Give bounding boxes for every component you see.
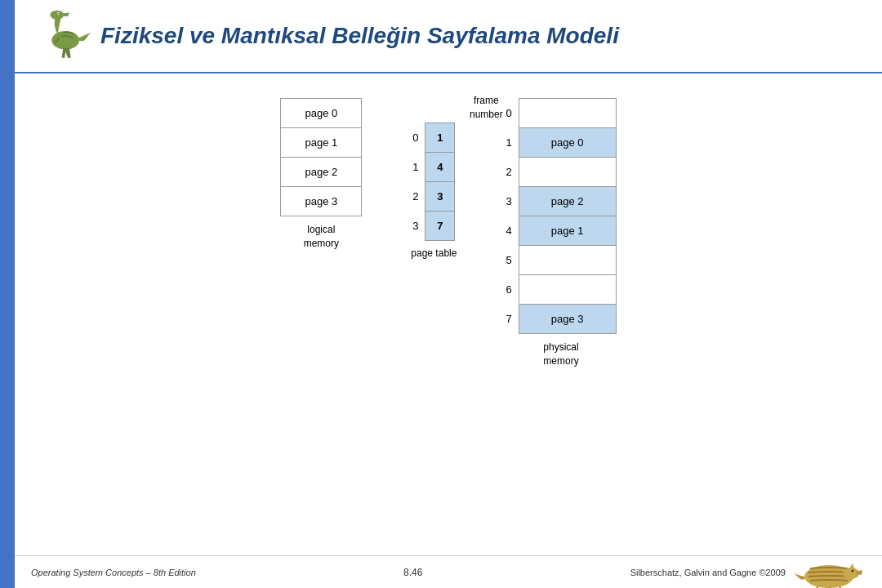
svg-point-6: [851, 569, 853, 572]
logical-page-cell-3: page 3: [281, 187, 362, 216]
phys-frame-cell-3: page 2: [519, 187, 616, 216]
phys-frame-cell-0: [519, 99, 616, 128]
logical-memory-section: page 0page 1page 2page 3 logical memory: [280, 98, 362, 251]
page-table-cells: 1437: [425, 122, 455, 241]
phys-frame-cell-1: page 0: [519, 128, 616, 158]
logical-page-cell-2: page 2: [281, 158, 362, 187]
footer-copyright: Silberschatz, Galvin and Gagne ©2009: [630, 552, 866, 589]
phys-index-3: 3: [506, 186, 514, 216]
pt-value-cell-1: 4: [425, 153, 455, 182]
logical-page-cell-1: page 1: [281, 128, 362, 158]
page-table-indices: 0123: [412, 122, 421, 240]
pt-value-cell-2: 3: [425, 182, 455, 212]
phys-index-1: 1: [506, 127, 514, 157]
pt-index-2: 2: [412, 181, 421, 211]
logical-memory-table: page 0page 1page 2page 3: [280, 98, 362, 216]
footer-edition: Operating System Concepts – 8th Edition: [31, 568, 196, 577]
phys-frame-cell-5: [519, 246, 616, 275]
phys-index-5: 5: [506, 245, 514, 274]
phys-index-4: 4: [506, 216, 514, 245]
phys-frame-cell-7: page 3: [519, 305, 616, 334]
page-table-section: 0123 1437 page table: [411, 122, 457, 259]
footer-page-number: 8.46: [403, 567, 422, 578]
phys-frame-cell-6: [519, 275, 616, 305]
phys-frame-cell-2: [519, 158, 616, 187]
pt-value-cell-0: 1: [425, 123, 455, 153]
page-title: Fiziksel ve Mantıksal Belleğin Sayfalama…: [100, 23, 619, 49]
phys-index-6: 6: [506, 274, 514, 304]
pt-index-0: 0: [412, 122, 421, 152]
header-dinosaur-icon: [31, 6, 92, 67]
logical-page-cell-0: page 0: [281, 99, 362, 128]
phys-index-0: 0: [506, 98, 514, 127]
physical-memory-container: 01234567 page 0page 2page 1page 3: [506, 98, 616, 334]
page-table-container: 0123 1437: [412, 122, 455, 241]
left-accent: [0, 0, 15, 588]
physical-memory-indices: 01234567: [506, 98, 514, 333]
header: Fiziksel ve Mantıksal Belleğin Sayfalama…: [15, 0, 882, 74]
svg-point-3: [58, 12, 60, 14]
footer: Operating System Concepts – 8th Edition …: [15, 555, 882, 588]
physical-memory-section: 01234567 page 0page 2page 1page 3 physic…: [506, 98, 616, 368]
phys-index-7: 7: [506, 304, 514, 333]
main-content: page 0page 1page 2page 3 logical memory …: [15, 74, 882, 555]
footer-dinosaur-icon: [792, 552, 866, 589]
phys-frame-cell-4: page 1: [519, 216, 616, 246]
page-table-label: page table: [411, 247, 457, 259]
pt-value-cell-3: 7: [425, 212, 455, 241]
physical-memory-label: physical memory: [543, 341, 578, 368]
pt-index-1: 1: [412, 152, 421, 181]
logical-memory-label: logical memory: [304, 223, 339, 251]
pt-index-3: 3: [412, 211, 421, 240]
physical-memory-table: page 0page 2page 1page 3: [519, 98, 617, 334]
phys-index-2: 2: [506, 157, 514, 186]
